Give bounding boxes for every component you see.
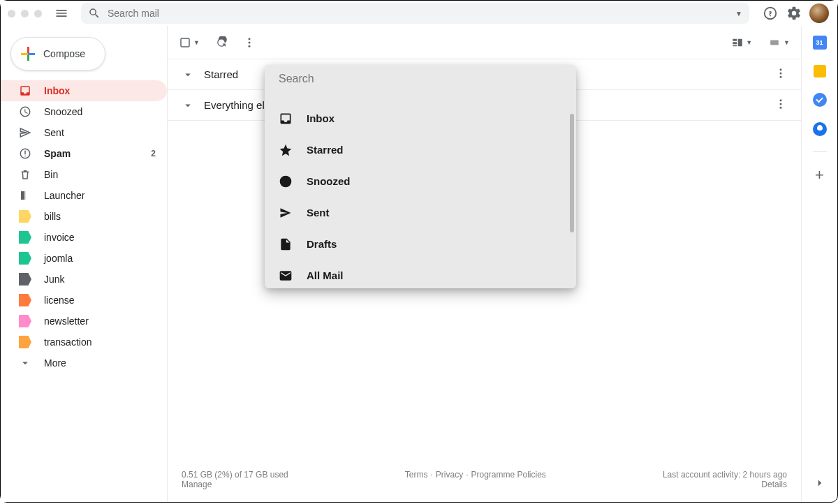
popup-item-label: All Mail <box>307 269 344 281</box>
chevron-down-icon <box>182 99 194 112</box>
section-title: Starred <box>204 68 238 80</box>
nav-more[interactable]: More <box>1 353 167 373</box>
account-avatar[interactable] <box>809 3 829 23</box>
nav-label: invoice <box>44 232 75 243</box>
nav-label: joomla <box>44 253 73 264</box>
label-icon <box>19 231 31 244</box>
nav-label: Snoozed <box>44 106 82 117</box>
traffic-light-min[interactable] <box>21 10 29 17</box>
svg-point-5 <box>248 45 250 47</box>
launcher-icon <box>19 189 31 202</box>
side-panel: + <box>801 26 837 502</box>
popup-item-label: Drafts <box>307 238 337 250</box>
policies-link[interactable]: Programme Policies <box>471 470 545 489</box>
collapse-panel-button[interactable] <box>814 477 826 492</box>
label-icon <box>19 273 31 286</box>
manage-link[interactable]: Manage <box>182 480 212 489</box>
svg-point-11 <box>780 103 782 105</box>
nav-sent[interactable]: Sent <box>1 122 167 143</box>
more-vert-icon <box>774 67 787 80</box>
tasks-app-icon[interactable] <box>813 93 827 107</box>
app-window: ▼ Compose Inbox <box>0 0 838 503</box>
traffic-light-close[interactable] <box>8 10 15 17</box>
keep-app-icon[interactable] <box>814 65 826 77</box>
label-junk[interactable]: Junk <box>1 269 167 290</box>
search-options-dropdown[interactable]: ▼ <box>735 10 742 17</box>
svg-point-1 <box>24 156 26 157</box>
compose-button[interactable]: Compose <box>10 37 105 71</box>
file-icon <box>279 237 293 251</box>
star-icon <box>279 143 293 157</box>
footer: 0.51 GB (2%) of 17 GB used Manage Terms·… <box>168 463 801 502</box>
input-tools-toggle[interactable]: ▼ <box>767 38 790 47</box>
inbox-icon <box>279 112 293 126</box>
select-all-checkbox[interactable]: ▼ <box>179 36 200 49</box>
section-menu[interactable] <box>774 67 787 82</box>
popup-item-starred[interactable]: Starred <box>265 134 571 165</box>
privacy-link[interactable]: Privacy <box>436 470 463 489</box>
more-vert-icon <box>243 36 256 49</box>
svg-point-4 <box>248 41 250 43</box>
label-newsletter[interactable]: newsletter <box>1 311 167 332</box>
nav-label: More <box>44 357 66 369</box>
send-icon <box>279 206 293 220</box>
gear-icon <box>786 6 802 21</box>
popup-item-snoozed[interactable]: Snoozed <box>265 165 571 197</box>
svg-rect-6 <box>770 40 779 45</box>
label-joomla[interactable]: joomla <box>1 248 167 269</box>
main-menu-button[interactable] <box>54 6 68 20</box>
label-invoice[interactable]: invoice <box>1 227 167 248</box>
nav-label: newsletter <box>44 316 89 327</box>
search-input[interactable] <box>108 8 728 19</box>
label-icon <box>19 210 31 223</box>
popup-item-allmail[interactable]: All Mail <box>265 260 571 288</box>
settings-button[interactable] <box>786 5 802 22</box>
clock-icon <box>19 105 31 118</box>
nav-count: 2 <box>151 149 156 158</box>
nav-inbox[interactable]: Inbox <box>1 80 167 101</box>
section-menu[interactable] <box>774 98 787 113</box>
sidebar: Compose Inbox Snoozed Sent Spam <box>1 26 167 502</box>
label-transaction[interactable]: transaction <box>1 332 167 353</box>
support-button[interactable] <box>762 5 779 22</box>
add-app-button[interactable]: + <box>812 168 828 183</box>
popup-scrollbar[interactable] <box>570 114 574 232</box>
details-link[interactable]: Details <box>761 480 787 489</box>
storage-text: 0.51 GB (2%) of 17 GB used <box>182 470 288 480</box>
label-license[interactable]: license <box>1 290 167 311</box>
label-icon <box>19 294 31 306</box>
svg-point-3 <box>248 38 250 40</box>
popup-item-sent[interactable]: Sent <box>265 197 571 228</box>
chevron-down-icon <box>182 68 194 81</box>
search-bar[interactable]: ▼ <box>81 3 749 24</box>
nav-label: Junk <box>44 274 65 285</box>
popup-item-drafts[interactable]: Drafts <box>265 228 571 260</box>
label-icon <box>19 336 31 348</box>
terms-link[interactable]: Terms <box>405 470 428 489</box>
nav-bin[interactable]: Bin <box>1 164 167 185</box>
refresh-button[interactable] <box>215 36 228 49</box>
popup-search-input[interactable] <box>265 65 576 93</box>
nav-snoozed[interactable]: Snoozed <box>1 101 167 122</box>
nav-label: Sent <box>44 127 64 138</box>
nav-spam[interactable]: Spam 2 <box>1 143 167 164</box>
popup-item-inbox[interactable]: Inbox <box>265 103 571 134</box>
split-icon <box>731 36 744 49</box>
activity-text: Last account activity: 2 hours ago <box>663 470 787 480</box>
popup-item-label: Sent <box>307 207 330 218</box>
split-pane-toggle[interactable]: ▼ <box>731 36 752 49</box>
nav-label: Bin <box>44 169 58 180</box>
more-vert-icon <box>774 98 787 110</box>
divider <box>813 151 827 152</box>
nav-launcher[interactable]: Launcher <box>1 185 167 206</box>
svg-point-7 <box>780 68 782 71</box>
contacts-app-icon[interactable] <box>813 122 827 136</box>
nav-label: Spam <box>44 148 71 159</box>
traffic-light-max[interactable] <box>34 10 42 17</box>
label-bills[interactable]: bills <box>1 206 167 227</box>
calendar-app-icon[interactable] <box>813 36 827 50</box>
hamburger-icon <box>54 6 68 21</box>
nav-label: Launcher <box>44 190 84 201</box>
popup-item-label: Starred <box>307 144 344 156</box>
more-button[interactable] <box>243 36 256 49</box>
